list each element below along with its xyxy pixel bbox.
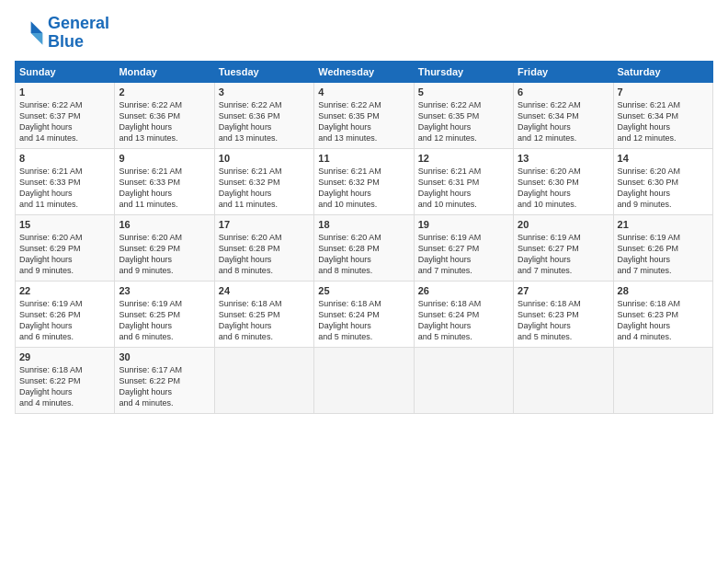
day-cell: 9Sunrise: 6:21 AMSunset: 6:33 PMDaylight… (115, 148, 214, 214)
day-cell: 13Sunrise: 6:20 AMSunset: 6:30 PMDayligh… (514, 148, 613, 214)
svg-marker-1 (31, 21, 43, 33)
day-cell: 8Sunrise: 6:21 AMSunset: 6:33 PMDaylight… (16, 148, 115, 214)
day-number: 6 (518, 86, 609, 98)
cell-content: Sunrise: 6:22 AMSunset: 6:36 PMDaylight … (219, 99, 310, 144)
day-cell (514, 347, 613, 413)
day-cell: 7Sunrise: 6:21 AMSunset: 6:34 PMDaylight… (613, 82, 712, 148)
day-number: 19 (418, 219, 509, 230)
cell-content: Sunrise: 6:22 AMSunset: 6:35 PMDaylight … (318, 99, 409, 144)
cell-content: Sunrise: 6:22 AMSunset: 6:37 PMDaylight … (19, 99, 110, 144)
cell-content: Sunrise: 6:18 AMSunset: 6:24 PMDaylight … (418, 298, 509, 343)
day-number: 24 (219, 285, 310, 296)
day-cell: 12Sunrise: 6:21 AMSunset: 6:31 PMDayligh… (414, 148, 513, 214)
cell-content: Sunrise: 6:19 AMSunset: 6:27 PMDaylight … (518, 232, 609, 277)
day-number: 17 (219, 219, 310, 230)
col-tuesday: Tuesday (214, 61, 313, 82)
cell-content: Sunrise: 6:18 AMSunset: 6:23 PMDaylight … (518, 298, 609, 343)
cell-content: Sunrise: 6:21 AMSunset: 6:32 PMDaylight … (219, 166, 310, 211)
day-number: 10 (219, 153, 310, 164)
day-number: 21 (618, 219, 709, 230)
week-row-3: 15Sunrise: 6:20 AMSunset: 6:29 PMDayligh… (16, 214, 713, 281)
cell-content: Sunrise: 6:19 AMSunset: 6:27 PMDaylight … (418, 232, 509, 277)
day-cell: 11Sunrise: 6:21 AMSunset: 6:32 PMDayligh… (314, 148, 414, 214)
day-cell: 4Sunrise: 6:22 AMSunset: 6:35 PMDaylight… (314, 82, 414, 148)
day-cell: 19Sunrise: 6:19 AMSunset: 6:27 PMDayligh… (414, 214, 513, 281)
logo-blue: Blue (48, 32, 84, 51)
cell-content: Sunrise: 6:19 AMSunset: 6:25 PMDaylight … (119, 298, 210, 343)
cell-content: Sunrise: 6:20 AMSunset: 6:30 PMDaylight … (518, 166, 609, 211)
col-thursday: Thursday (414, 61, 513, 82)
day-cell (314, 347, 414, 413)
day-cell (414, 347, 513, 413)
day-cell: 17Sunrise: 6:20 AMSunset: 6:28 PMDayligh… (214, 214, 313, 281)
day-number: 30 (119, 351, 210, 362)
cell-content: Sunrise: 6:22 AMSunset: 6:36 PMDaylight … (119, 99, 210, 144)
day-cell: 20Sunrise: 6:19 AMSunset: 6:27 PMDayligh… (514, 214, 613, 281)
day-cell: 27Sunrise: 6:18 AMSunset: 6:23 PMDayligh… (514, 281, 613, 347)
svg-marker-2 (31, 33, 43, 45)
day-cell: 23Sunrise: 6:19 AMSunset: 6:25 PMDayligh… (115, 281, 214, 347)
cell-content: Sunrise: 6:22 AMSunset: 6:34 PMDaylight … (518, 99, 609, 144)
day-number: 1 (19, 86, 110, 98)
day-cell (214, 347, 313, 413)
week-row-1: 1Sunrise: 6:22 AMSunset: 6:37 PMDaylight… (16, 82, 713, 148)
day-number: 15 (19, 219, 110, 230)
cell-content: Sunrise: 6:19 AMSunset: 6:26 PMDaylight … (618, 232, 709, 277)
day-number: 13 (518, 153, 609, 164)
day-number: 12 (418, 153, 509, 164)
day-cell: 6Sunrise: 6:22 AMSunset: 6:34 PMDaylight… (514, 82, 613, 148)
header-row: Sunday Monday Tuesday Wednesday Thursday… (16, 61, 713, 82)
day-number: 28 (618, 285, 709, 296)
day-cell: 25Sunrise: 6:18 AMSunset: 6:24 PMDayligh… (314, 281, 414, 347)
day-number: 22 (19, 285, 110, 296)
header: General Blue (15, 15, 713, 52)
day-number: 18 (318, 219, 409, 230)
day-cell: 5Sunrise: 6:22 AMSunset: 6:35 PMDaylight… (414, 82, 513, 148)
day-cell: 24Sunrise: 6:18 AMSunset: 6:25 PMDayligh… (214, 281, 313, 347)
day-number: 26 (418, 285, 509, 296)
day-number: 25 (318, 285, 409, 296)
day-number: 8 (19, 153, 110, 164)
cell-content: Sunrise: 6:20 AMSunset: 6:29 PMDaylight … (19, 232, 110, 277)
day-number: 7 (618, 86, 709, 98)
cell-content: Sunrise: 6:20 AMSunset: 6:30 PMDaylight … (618, 166, 709, 211)
cell-content: Sunrise: 6:18 AMSunset: 6:24 PMDaylight … (318, 298, 409, 343)
col-friday: Friday (514, 61, 613, 82)
day-cell: 10Sunrise: 6:21 AMSunset: 6:32 PMDayligh… (214, 148, 313, 214)
day-number: 2 (119, 86, 210, 98)
cell-content: Sunrise: 6:18 AMSunset: 6:23 PMDaylight … (618, 298, 709, 343)
day-number: 20 (518, 219, 609, 230)
day-number: 5 (418, 86, 509, 98)
day-cell: 16Sunrise: 6:20 AMSunset: 6:29 PMDayligh… (115, 214, 214, 281)
day-cell: 3Sunrise: 6:22 AMSunset: 6:36 PMDaylight… (214, 82, 313, 148)
day-cell: 28Sunrise: 6:18 AMSunset: 6:23 PMDayligh… (613, 281, 712, 347)
day-cell: 15Sunrise: 6:20 AMSunset: 6:29 PMDayligh… (16, 214, 115, 281)
day-cell (613, 347, 712, 413)
col-monday: Monday (115, 61, 214, 82)
day-cell: 2Sunrise: 6:22 AMSunset: 6:36 PMDaylight… (115, 82, 214, 148)
day-cell: 30Sunrise: 6:17 AMSunset: 6:22 PMDayligh… (115, 347, 214, 413)
week-row-5: 29Sunrise: 6:18 AMSunset: 6:22 PMDayligh… (16, 347, 713, 413)
col-saturday: Saturday (613, 61, 712, 82)
cell-content: Sunrise: 6:18 AMSunset: 6:22 PMDaylight … (19, 364, 110, 409)
day-cell: 22Sunrise: 6:19 AMSunset: 6:26 PMDayligh… (16, 281, 115, 347)
cell-content: Sunrise: 6:21 AMSunset: 6:34 PMDaylight … (618, 99, 709, 144)
cell-content: Sunrise: 6:17 AMSunset: 6:22 PMDaylight … (119, 364, 210, 409)
cell-content: Sunrise: 6:22 AMSunset: 6:35 PMDaylight … (418, 99, 509, 144)
day-number: 14 (618, 153, 709, 164)
day-number: 4 (318, 86, 409, 98)
cell-content: Sunrise: 6:18 AMSunset: 6:25 PMDaylight … (219, 298, 310, 343)
cell-content: Sunrise: 6:20 AMSunset: 6:29 PMDaylight … (119, 232, 210, 277)
cell-content: Sunrise: 6:21 AMSunset: 6:33 PMDaylight … (19, 166, 110, 211)
day-cell: 18Sunrise: 6:20 AMSunset: 6:28 PMDayligh… (314, 214, 414, 281)
col-sunday: Sunday (16, 61, 115, 82)
day-cell: 14Sunrise: 6:20 AMSunset: 6:30 PMDayligh… (613, 148, 712, 214)
col-wednesday: Wednesday (314, 61, 414, 82)
cell-content: Sunrise: 6:20 AMSunset: 6:28 PMDaylight … (219, 232, 310, 277)
cell-content: Sunrise: 6:19 AMSunset: 6:26 PMDaylight … (19, 298, 110, 343)
cell-content: Sunrise: 6:21 AMSunset: 6:31 PMDaylight … (418, 166, 509, 211)
cell-content: Sunrise: 6:20 AMSunset: 6:28 PMDaylight … (318, 232, 409, 277)
day-number: 11 (318, 153, 409, 164)
week-row-2: 8Sunrise: 6:21 AMSunset: 6:33 PMDaylight… (16, 148, 713, 214)
page: General Blue Sunday Monday Tuesday Wedne… (0, 0, 728, 563)
